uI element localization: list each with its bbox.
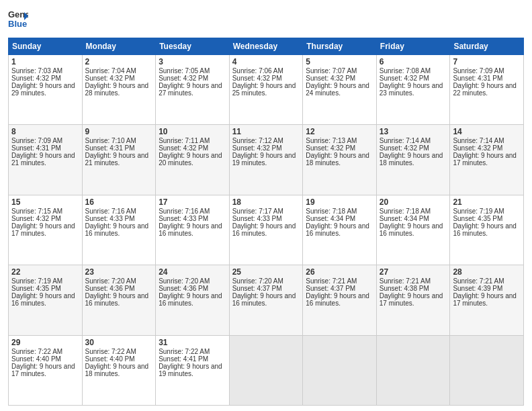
sunrise-line: Sunrise: 7:10 AM [85, 137, 153, 144]
sunset-line: Sunset: 4:33 PM [232, 215, 300, 222]
calendar-day-cell [450, 335, 524, 405]
sunrise-line: Sunrise: 7:14 AM [380, 137, 447, 144]
sunset-line: Sunset: 4:32 PM [11, 75, 79, 82]
daylight-line: Daylight: 9 hours and 16 minutes. [306, 222, 373, 237]
day-number: 15 [11, 197, 79, 207]
day-number: 5 [306, 57, 373, 66]
weekday-header-cell: Saturday [450, 38, 524, 55]
sunrise-line: Sunrise: 7:20 AM [232, 277, 300, 285]
sunrise-line: Sunrise: 7:19 AM [11, 277, 79, 285]
calendar-week-row: 1Sunrise: 7:03 AMSunset: 4:32 PMDaylight… [9, 55, 524, 125]
daylight-line: Daylight: 9 hours and 16 minutes. [232, 292, 300, 307]
calendar-day-cell: 6Sunrise: 7:08 AMSunset: 4:32 PMDaylight… [376, 55, 450, 125]
sunset-line: Sunset: 4:37 PM [306, 285, 373, 292]
day-number: 6 [380, 57, 447, 66]
logo: General Blue [8, 7, 28, 34]
sunrise-line: Sunrise: 7:20 AM [85, 277, 153, 285]
sunrise-line: Sunrise: 7:17 AM [232, 208, 300, 215]
sunrise-line: Sunrise: 7:19 AM [453, 208, 521, 215]
calendar-day-cell: 4Sunrise: 7:06 AMSunset: 4:32 PMDaylight… [229, 55, 303, 125]
day-number: 14 [453, 127, 521, 136]
sunrise-line: Sunrise: 7:21 AM [306, 277, 373, 285]
calendar-day-cell: 12Sunrise: 7:13 AMSunset: 4:32 PMDayligh… [303, 125, 377, 195]
calendar-day-cell: 30Sunrise: 7:22 AMSunset: 4:40 PMDayligh… [82, 335, 156, 405]
sunrise-line: Sunrise: 7:03 AM [11, 67, 79, 75]
sunset-line: Sunset: 4:38 PM [380, 285, 447, 292]
calendar-day-cell: 14Sunrise: 7:14 AMSunset: 4:32 PMDayligh… [450, 125, 524, 195]
day-number: 25 [232, 267, 300, 277]
sunrise-line: Sunrise: 7:11 AM [159, 137, 226, 144]
weekday-header-cell: Thursday [303, 38, 377, 55]
sunset-line: Sunset: 4:34 PM [380, 215, 447, 222]
sunset-line: Sunset: 4:32 PM [306, 144, 373, 152]
sunset-line: Sunset: 4:35 PM [11, 285, 79, 292]
daylight-line: Daylight: 9 hours and 21 minutes. [85, 152, 153, 167]
sunrise-line: Sunrise: 7:18 AM [380, 208, 447, 215]
weekday-header-row: SundayMondayTuesdayWednesdayThursdayFrid… [9, 38, 524, 55]
calendar-day-cell: 19Sunrise: 7:18 AMSunset: 4:34 PMDayligh… [303, 195, 377, 265]
day-number: 20 [380, 197, 447, 207]
daylight-line: Daylight: 9 hours and 24 minutes. [306, 82, 373, 97]
daylight-line: Daylight: 9 hours and 20 minutes. [159, 152, 226, 167]
day-number: 4 [232, 57, 300, 66]
daylight-line: Daylight: 9 hours and 18 minutes. [85, 363, 153, 377]
calendar-day-cell: 28Sunrise: 7:21 AMSunset: 4:39 PMDayligh… [450, 265, 524, 335]
logo-icon: General Blue [8, 7, 28, 31]
calendar-day-cell: 25Sunrise: 7:20 AMSunset: 4:37 PMDayligh… [229, 265, 303, 335]
daylight-line: Daylight: 9 hours and 16 minutes. [159, 222, 226, 237]
weekday-header-cell: Wednesday [229, 38, 303, 55]
day-number: 13 [380, 127, 447, 136]
sunset-line: Sunset: 4:32 PM [232, 144, 300, 152]
sunset-line: Sunset: 4:37 PM [232, 285, 300, 292]
calendar-day-cell: 15Sunrise: 7:15 AMSunset: 4:32 PMDayligh… [9, 195, 83, 265]
sunset-line: Sunset: 4:33 PM [159, 215, 226, 222]
calendar-day-cell: 24Sunrise: 7:20 AMSunset: 4:36 PMDayligh… [156, 265, 230, 335]
sunrise-line: Sunrise: 7:13 AM [306, 137, 373, 144]
daylight-line: Daylight: 9 hours and 29 minutes. [11, 82, 79, 97]
calendar-day-cell: 27Sunrise: 7:21 AMSunset: 4:38 PMDayligh… [376, 265, 450, 335]
sunset-line: Sunset: 4:31 PM [453, 75, 521, 82]
day-number: 17 [159, 197, 226, 207]
calendar-day-cell [303, 335, 377, 405]
daylight-line: Daylight: 9 hours and 17 minutes. [453, 152, 521, 167]
sunset-line: Sunset: 4:32 PM [306, 75, 373, 82]
calendar-day-cell: 3Sunrise: 7:05 AMSunset: 4:32 PMDaylight… [156, 55, 230, 125]
daylight-line: Daylight: 9 hours and 16 minutes. [306, 292, 373, 307]
sunrise-line: Sunrise: 7:21 AM [453, 277, 521, 285]
daylight-line: Daylight: 9 hours and 18 minutes. [306, 152, 373, 167]
sunrise-line: Sunrise: 7:16 AM [85, 208, 153, 215]
day-number: 19 [306, 197, 373, 207]
sunset-line: Sunset: 4:40 PM [85, 355, 153, 363]
sunset-line: Sunset: 4:32 PM [159, 75, 226, 82]
calendar-day-cell: 1Sunrise: 7:03 AMSunset: 4:32 PMDaylight… [9, 55, 83, 125]
sunrise-line: Sunrise: 7:22 AM [159, 348, 226, 355]
day-number: 10 [159, 127, 226, 136]
daylight-line: Daylight: 9 hours and 27 minutes. [159, 82, 226, 97]
sunset-line: Sunset: 4:41 PM [159, 355, 226, 363]
day-number: 8 [11, 127, 79, 136]
day-number: 21 [453, 197, 521, 207]
day-number: 9 [85, 127, 153, 136]
calendar-day-cell: 10Sunrise: 7:11 AMSunset: 4:32 PMDayligh… [156, 125, 230, 195]
sunset-line: Sunset: 4:36 PM [85, 285, 153, 292]
day-number: 7 [453, 57, 521, 66]
day-number: 16 [85, 197, 153, 207]
day-number: 18 [232, 197, 300, 207]
page-container: General Blue SundayMondayTuesdayWednesda… [0, 0, 532, 411]
sunrise-line: Sunrise: 7:12 AM [232, 137, 300, 144]
calendar-day-cell: 26Sunrise: 7:21 AMSunset: 4:37 PMDayligh… [303, 265, 377, 335]
day-number: 26 [306, 267, 373, 277]
daylight-line: Daylight: 9 hours and 16 minutes. [380, 222, 447, 237]
sunset-line: Sunset: 4:32 PM [232, 75, 300, 82]
calendar-day-cell: 13Sunrise: 7:14 AMSunset: 4:32 PMDayligh… [376, 125, 450, 195]
day-number: 31 [159, 338, 226, 347]
sunset-line: Sunset: 4:31 PM [11, 144, 79, 152]
calendar-day-cell: 7Sunrise: 7:09 AMSunset: 4:31 PMDaylight… [450, 55, 524, 125]
sunset-line: Sunset: 4:34 PM [306, 215, 373, 222]
sunrise-line: Sunrise: 7:20 AM [159, 277, 226, 285]
daylight-line: Daylight: 9 hours and 17 minutes. [11, 363, 79, 377]
sunset-line: Sunset: 4:39 PM [453, 285, 521, 292]
sunrise-line: Sunrise: 7:06 AM [232, 67, 300, 75]
day-number: 24 [159, 267, 226, 277]
day-number: 28 [453, 267, 521, 277]
